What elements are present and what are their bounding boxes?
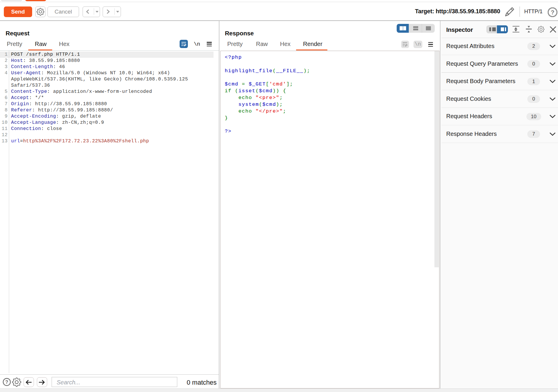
svg-text:?: ? [5,380,8,385]
svg-text:?: ? [551,9,554,16]
